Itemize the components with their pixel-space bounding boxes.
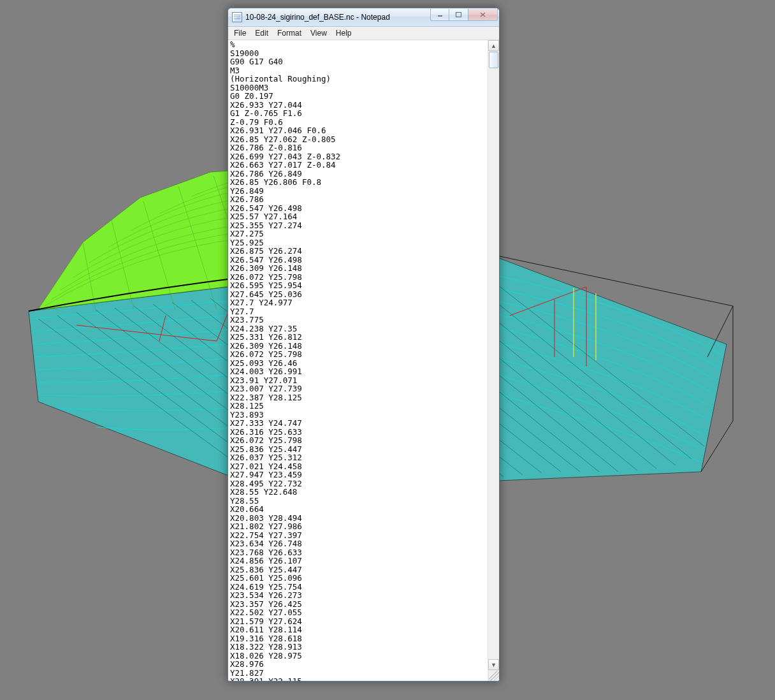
menu-view[interactable]: View (306, 28, 331, 38)
scroll-thumb[interactable] (489, 52, 498, 68)
client-area: % S19000 G90 G17 G40 M3 (Horizontal Roug… (228, 40, 499, 681)
notepad-window: 10-08-24_sigirino_def_BASE.nc - Notepad … (228, 8, 500, 682)
editor-text[interactable]: % S19000 G90 G17 G40 M3 (Horizontal Roug… (228, 40, 488, 681)
menu-file[interactable]: File (229, 28, 250, 38)
menu-format[interactable]: Format (273, 28, 306, 38)
close-button[interactable] (468, 9, 498, 21)
window-title: 10-08-24_sigirino_def_BASE.nc - Notepad (245, 13, 390, 22)
vertical-scrollbar[interactable]: ▲ ▼ (488, 40, 499, 681)
svg-rect-3 (456, 13, 461, 17)
window-controls (430, 9, 498, 22)
menu-edit[interactable]: Edit (250, 28, 273, 38)
scroll-up-button[interactable]: ▲ (488, 40, 499, 51)
titlebar[interactable]: 10-08-24_sigirino_def_BASE.nc - Notepad (228, 8, 499, 27)
menubar: File Edit Format View Help (228, 27, 499, 40)
menu-help[interactable]: Help (331, 28, 356, 38)
minimize-button[interactable] (430, 9, 449, 21)
scroll-down-button[interactable]: ▼ (488, 659, 499, 670)
maximize-button[interactable] (449, 9, 468, 21)
resize-grip-icon[interactable] (488, 670, 499, 681)
notepad-icon (232, 12, 242, 22)
